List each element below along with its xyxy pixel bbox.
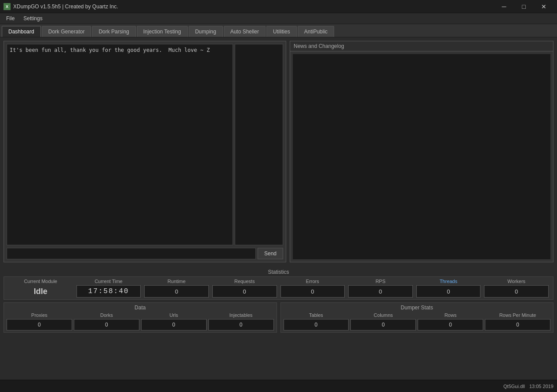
dumper-columns: Tables 0 Columns 0 Rows 0 Rows Per Minut… <box>284 312 551 330</box>
tab-dork-parsing[interactable]: Dork Parsing <box>92 26 135 37</box>
stat-value-requests: 0 <box>212 285 277 298</box>
stat-threads: Threads 0 <box>415 279 483 298</box>
dumper-value-rows: 0 <box>418 319 483 330</box>
tab-dumping[interactable]: Dumping <box>189 26 223 37</box>
taskbar-right: Qt5Gui.dll 13:05 2019 <box>503 384 553 389</box>
stat-label-rps: RPS <box>375 279 386 284</box>
stat-label-current-module: Current Module <box>24 279 57 284</box>
data-col-urls: Urls 0 <box>141 312 207 330</box>
news-title: News and Changelog <box>290 41 553 51</box>
data-label-urls: Urls <box>169 312 178 318</box>
chat-output[interactable]: It's been fun all, thank you for the goo… <box>7 44 233 245</box>
close-button[interactable]: ✕ <box>534 0 553 13</box>
dumper-label-rows-per-minute: Rows Per Minute <box>499 312 536 318</box>
tab-auto-sheller[interactable]: Auto Sheller <box>224 26 266 37</box>
stat-label-runtime: Runtime <box>167 279 186 284</box>
dumper-value-tables: 0 <box>284 319 349 330</box>
stat-value-runtime: 0 <box>144 285 209 298</box>
news-content <box>293 54 550 259</box>
stat-value-workers: 0 <box>484 285 549 298</box>
tab-dashboard[interactable]: Dashboard <box>2 26 41 37</box>
dumper-col-rows: Rows 0 <box>418 312 483 330</box>
dumper-value-columns: 0 <box>350 319 416 330</box>
data-label-proxies: Proxies <box>31 312 47 318</box>
chat-area: It's been fun all, thank you for the goo… <box>7 44 283 245</box>
stat-label-current-time: Current Time <box>95 279 123 284</box>
dumper-col-tables: Tables 0 <box>284 312 349 330</box>
data-col-dorks: Dorks 0 <box>74 312 139 330</box>
data-value-proxies: 0 <box>7 319 72 330</box>
left-panel: It's been fun all, thank you for the goo… <box>4 41 286 262</box>
tab-utilities[interactable]: Utilities <box>266 26 297 37</box>
chat-input[interactable] <box>7 248 256 259</box>
dumper-value-rows-per-minute: 0 <box>485 319 550 330</box>
stat-errors: Errors 0 <box>279 279 347 298</box>
stat-value-threads: 0 <box>416 285 481 298</box>
tab-antipublic[interactable]: AntiPublic <box>298 26 334 37</box>
data-panel-title: Data <box>7 305 274 312</box>
menu-settings[interactable]: Settings <box>19 15 47 22</box>
stat-label-requests: Requests <box>234 279 255 284</box>
titlebar-left: X XDumpGO v1.5.5h5 | Created by Quartz I… <box>4 3 118 10</box>
stat-value-errors: 0 <box>280 285 345 298</box>
titlebar: X XDumpGO v1.5.5h5 | Created by Quartz I… <box>0 0 557 13</box>
dumper-panel-title: Dumper Stats <box>284 305 551 312</box>
dumper-label-tables: Tables <box>309 312 323 318</box>
data-columns: Proxies 0 Dorks 0 Urls 0 Injectables 0 <box>7 312 274 330</box>
taskbar-time: 13:05 2019 <box>529 384 553 389</box>
main-content: It's been fun all, thank you for the goo… <box>0 37 557 266</box>
titlebar-controls: ─ □ ✕ <box>494 0 553 13</box>
stat-value-rps: 0 <box>348 285 413 298</box>
right-panel: News and Changelog <box>290 41 553 262</box>
data-value-dorks: 0 <box>74 319 139 330</box>
stat-rps: RPS 0 <box>346 279 415 298</box>
menubar: File Settings <box>0 13 557 24</box>
app-icon: X <box>4 3 11 10</box>
dumper-col-columns: Columns 0 <box>350 312 416 330</box>
stats-row: Current Module Idle Current Time 17:58:4… <box>4 276 553 300</box>
stats-title: Statistics <box>4 268 553 276</box>
bottom-section: Data Proxies 0 Dorks 0 Urls 0 Injectable… <box>0 302 557 335</box>
stat-value-current-time: 17:58:40 <box>76 285 141 298</box>
data-value-urls: 0 <box>141 319 207 330</box>
chat-input-row: Send <box>7 248 283 259</box>
stat-runtime: Runtime 0 <box>142 279 211 298</box>
stat-label-threads: Threads <box>440 279 457 284</box>
stat-label-workers: Workers <box>507 279 525 284</box>
tab-injection-testing[interactable]: Injection Testing <box>137 26 188 37</box>
minimize-button[interactable]: ─ <box>494 0 514 13</box>
user-list <box>235 44 283 245</box>
stat-requests: Requests 0 <box>211 279 279 298</box>
data-label-dorks: Dorks <box>100 312 113 318</box>
send-button[interactable]: Send <box>258 248 283 259</box>
data-panel: Data Proxies 0 Dorks 0 Urls 0 Injectable… <box>4 302 277 333</box>
dumper-label-rows: Rows <box>444 312 457 318</box>
data-col-proxies: Proxies 0 <box>7 312 72 330</box>
dumper-col-rows-per-minute: Rows Per Minute 0 <box>485 312 550 330</box>
tabbar: Dashboard Dork Generator Dork Parsing In… <box>0 24 557 37</box>
taskbar: Qt5Gui.dll 13:05 2019 <box>0 380 557 392</box>
dumper-panel: Dumper Stats Tables 0 Columns 0 Rows 0 R… <box>280 302 554 333</box>
menu-file[interactable]: File <box>2 15 19 22</box>
titlebar-title: XDumpGO v1.5.5h5 | Created by Quartz Inc… <box>13 4 118 10</box>
tab-dork-generator[interactable]: Dork Generator <box>42 26 91 37</box>
data-col-injectables: Injectables 0 <box>208 312 274 330</box>
stat-value-current-module: Idle <box>8 285 73 298</box>
taskbar-dll-text: Qt5Gui.dll <box>503 384 525 389</box>
stat-current-time: Current Time 17:58:40 <box>75 279 143 298</box>
stat-current-module: Current Module Idle <box>7 279 75 298</box>
data-value-injectables: 0 <box>208 319 274 330</box>
maximize-button[interactable]: □ <box>514 0 534 13</box>
stats-section: Statistics Current Module Idle Current T… <box>0 266 557 301</box>
data-label-injectables: Injectables <box>229 312 253 318</box>
dumper-label-columns: Columns <box>374 312 393 318</box>
stat-workers: Workers 0 <box>482 279 550 298</box>
stat-label-errors: Errors <box>306 279 319 284</box>
